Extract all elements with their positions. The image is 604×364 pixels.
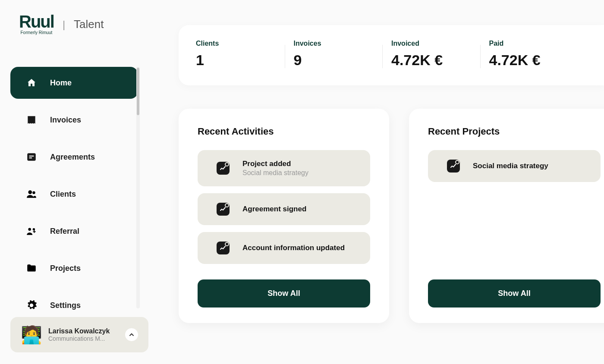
- svg-rect-0: [27, 153, 36, 160]
- user-card[interactable]: 🧑‍💻 Larissa Kowalczyk Communications M..…: [10, 317, 148, 352]
- show-all-activities-button[interactable]: Show All: [198, 279, 370, 308]
- scrollbar[interactable]: [136, 67, 140, 308]
- sidebar-item-referral[interactable]: Referral: [10, 215, 138, 247]
- svg-point-6: [33, 228, 35, 230]
- activity-icon-wrap: [217, 162, 230, 175]
- activity-title: Agreement signed: [242, 205, 306, 213]
- stat-invoiced: Invoiced 4.72K €: [391, 38, 489, 72]
- gear-icon: [26, 300, 37, 311]
- recent-activities-card: Recent Activities Project added Social m…: [179, 109, 389, 323]
- stat-value: 9: [294, 52, 392, 69]
- stat-value: 1: [196, 52, 294, 69]
- activity-icon-wrap: [217, 242, 230, 254]
- activity-title: Project added: [242, 160, 308, 168]
- sidebar-item-label: Referral: [50, 227, 79, 236]
- svg-rect-1: [29, 156, 34, 157]
- logo-section: Ruul Formerly Rimuut | Talent: [19, 14, 104, 35]
- cards-row: Recent Activities Project added Social m…: [179, 109, 604, 323]
- logo-text: Ruul: [19, 14, 54, 29]
- folder-icon: [26, 263, 37, 274]
- referral-icon: [26, 226, 37, 237]
- project-list: Social media strategy: [428, 150, 601, 275]
- home-icon: [26, 77, 37, 88]
- user-name: Larissa Kowalczyk: [48, 327, 117, 335]
- chart-icon: [447, 160, 460, 173]
- stats-bar: Clients 1 Invoices 9 Invoiced 4.72K € Pa…: [179, 25, 604, 85]
- logo[interactable]: Ruul Formerly Rimuut: [19, 14, 54, 35]
- activity-icon-wrap: [447, 160, 460, 173]
- stat-invoices: Invoices 9: [294, 38, 392, 72]
- sidebar-item-invoices[interactable]: Invoices: [10, 104, 138, 136]
- stat-label: Invoiced: [391, 40, 489, 47]
- user-info: Larissa Kowalczyk Communications M...: [48, 327, 117, 342]
- recent-projects-card: Recent Projects Social media strategy Sh…: [409, 109, 604, 323]
- activity-list: Project added Social media strategy Agre…: [198, 150, 370, 275]
- activity-title: Account information updated: [242, 244, 345, 252]
- activity-text: Social media strategy: [473, 162, 548, 170]
- sidebar-item-label: Home: [50, 78, 72, 88]
- activity-text: Account information updated: [242, 244, 345, 252]
- activity-item[interactable]: Account information updated: [198, 232, 370, 264]
- sidebar-item-label: Clients: [50, 190, 76, 199]
- clients-icon: [26, 188, 37, 200]
- logo-subtitle: Formerly Rimuut: [20, 30, 52, 35]
- card-title: Recent Activities: [198, 126, 370, 137]
- activity-item[interactable]: Project added Social media strategy: [198, 150, 370, 186]
- activity-subtitle: Social media strategy: [242, 169, 308, 177]
- logo-section-label: Talent: [74, 18, 104, 31]
- invoice-icon: [26, 114, 37, 126]
- chart-icon: [217, 203, 230, 216]
- expand-button[interactable]: [125, 328, 138, 341]
- project-title: Social media strategy: [473, 162, 548, 170]
- activity-item[interactable]: Agreement signed: [198, 193, 370, 225]
- sidebar-item-agreements[interactable]: Agreements: [10, 141, 138, 173]
- sidebar-item-projects[interactable]: Projects: [10, 252, 138, 284]
- stat-label: Paid: [489, 40, 587, 47]
- chart-icon: [217, 242, 230, 254]
- user-role: Communications M...: [48, 335, 117, 342]
- activity-text: Agreement signed: [242, 205, 306, 213]
- sidebar-item-label: Projects: [50, 264, 81, 273]
- sidebar-item-label: Invoices: [50, 116, 81, 125]
- stat-clients: Clients 1: [196, 38, 294, 72]
- sidebar-item-home[interactable]: Home: [10, 67, 138, 99]
- stat-label: Invoices: [294, 40, 392, 47]
- logo-divider: |: [63, 19, 65, 31]
- agreement-icon: [26, 151, 37, 163]
- chart-icon: [217, 162, 230, 175]
- sidebar-item-settings[interactable]: Settings: [10, 289, 138, 321]
- svg-point-5: [28, 228, 31, 231]
- activity-text: Project added Social media strategy: [242, 160, 308, 177]
- card-title: Recent Projects: [428, 126, 601, 137]
- svg-point-4: [32, 191, 35, 195]
- svg-point-3: [28, 190, 32, 194]
- sidebar: Home Invoices Agreements Clients Referra…: [10, 67, 140, 326]
- scrollbar-thumb[interactable]: [137, 68, 139, 115]
- stat-value: 4.72K €: [489, 52, 587, 69]
- project-item[interactable]: Social media strategy: [428, 150, 601, 182]
- activity-icon-wrap: [217, 203, 230, 216]
- svg-rect-2: [29, 157, 32, 158]
- chevron-up-icon: [129, 332, 134, 337]
- stat-paid: Paid 4.72K €: [489, 38, 587, 72]
- stat-label: Clients: [196, 40, 294, 47]
- show-all-projects-button[interactable]: Show All: [428, 279, 601, 308]
- sidebar-item-clients[interactable]: Clients: [10, 178, 138, 210]
- sidebar-item-label: Settings: [50, 301, 81, 310]
- stat-value: 4.72K €: [391, 52, 489, 69]
- sidebar-item-label: Agreements: [50, 153, 95, 162]
- avatar: 🧑‍💻: [21, 325, 41, 345]
